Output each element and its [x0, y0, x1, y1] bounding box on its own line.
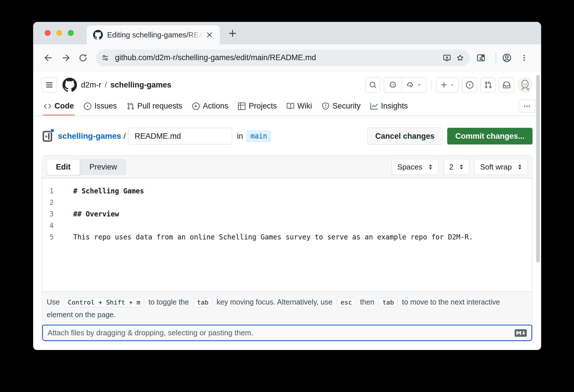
modified-dot [50, 128, 54, 133]
side-panel-search-button[interactable] [474, 51, 488, 64]
tab-preview[interactable]: Preview [80, 159, 126, 175]
file-edit-header: schelling-games / in main Cancel changes… [33, 128, 541, 144]
profile-button[interactable] [500, 51, 513, 64]
install-app-icon[interactable] [440, 51, 454, 64]
tab-label: Projects [249, 102, 277, 111]
filename-input[interactable] [129, 128, 232, 144]
tab-label: Pull requests [137, 102, 182, 111]
commit-changes-button[interactable]: Commit changes... [447, 128, 533, 144]
tab-code[interactable]: Code [39, 97, 79, 115]
code-line: 5 This repo uses data from an online Sch… [42, 231, 532, 243]
line-text: ## Overview [61, 208, 119, 220]
keyboard-hint: Use Control + Shift + m to toggle the ta… [42, 292, 532, 325]
forward-button[interactable] [59, 51, 72, 64]
wrap-mode-select[interactable]: Soft wrap [474, 159, 528, 175]
indent-mode-select[interactable]: Spaces [392, 159, 439, 175]
reload-button[interactable] [76, 51, 90, 64]
bookmark-star-icon[interactable] [454, 51, 467, 64]
nav-overflow-button[interactable] [519, 100, 535, 113]
breadcrumb-separator: / [105, 81, 107, 90]
copilot-button[interactable] [384, 78, 401, 92]
tab-projects[interactable]: Projects [233, 97, 282, 115]
url-bar[interactable]: github.com/d2m-r/schelling-games/edit/ma… [96, 50, 470, 66]
create-new-button[interactable] [436, 77, 459, 92]
traffic-lights [45, 30, 74, 36]
copilot-menu-button[interactable] [401, 78, 426, 92]
github-logo-icon[interactable] [63, 78, 77, 92]
zoom-window-button[interactable] [68, 30, 74, 36]
tab-label: Issues [95, 102, 117, 111]
code-line: 4 [42, 220, 532, 231]
line-number: 1 [42, 185, 61, 197]
code-editor[interactable]: 1 # Schelling Games 2 3 ## Overview 4 5 [42, 178, 532, 292]
tab-label: Insights [381, 102, 408, 111]
indent-mode-value: Spaces [397, 163, 422, 172]
kbd-chip: tab [379, 297, 398, 307]
breadcrumb-owner-link[interactable]: d2m-r [81, 81, 101, 90]
updown-icon [459, 164, 464, 170]
kbd-chip: esc [337, 297, 356, 307]
menu-kebab-button[interactable] [518, 51, 531, 64]
toolbar-divider [496, 52, 496, 63]
tab-close-button[interactable] [204, 30, 215, 40]
attach-files-bar[interactable]: Attach files by dragging & dropping, sel… [42, 325, 532, 341]
line-number: 3 [42, 208, 61, 220]
code-line: 1 # Schelling Games [42, 185, 532, 197]
back-button[interactable] [42, 51, 55, 64]
tab-issues[interactable]: Issues [79, 97, 122, 115]
page-scrollbar[interactable] [536, 75, 540, 262]
tab-security[interactable]: Security [317, 97, 366, 115]
markdown-icon [515, 329, 527, 337]
repo-breadcrumb-link[interactable]: schelling-games [58, 132, 121, 141]
line-text: # Schelling Games [61, 185, 144, 197]
kbd-chip: Control + Shift + m [64, 297, 144, 307]
line-number: 4 [42, 220, 61, 231]
browser-toolbar: github.com/d2m-r/schelling-games/edit/ma… [33, 44, 541, 71]
line-text: This repo uses data from an online Schel… [61, 231, 473, 243]
cancel-changes-button[interactable]: Cancel changes [367, 128, 443, 144]
tab-label: Actions [203, 102, 229, 111]
hint-text: to toggle the [148, 298, 189, 306]
hint-text: Use [47, 298, 60, 306]
issues-button[interactable] [462, 77, 477, 92]
line-number: 5 [42, 231, 61, 243]
github-page: d2m-r / schelling-games [33, 71, 541, 350]
tab-wiki[interactable]: Wiki [282, 97, 317, 115]
kbd-chip: tab [193, 297, 212, 307]
tab-edit[interactable]: Edit [46, 159, 80, 175]
pull-requests-button[interactable] [481, 77, 496, 92]
close-window-button[interactable] [45, 30, 51, 36]
wrap-mode-value: Soft wrap [480, 163, 512, 172]
tab-pull-requests[interactable]: Pull requests [122, 97, 187, 115]
line-text [61, 220, 73, 231]
search-button[interactable] [365, 77, 380, 92]
breadcrumb-repo-link[interactable]: schelling-games [110, 81, 171, 90]
browser-window: Editing schelling-games/READ github.com/… [33, 22, 541, 350]
browser-tab-strip: Editing schelling-games/READ [33, 22, 541, 44]
copilot-split-button [384, 77, 426, 92]
new-tab-button[interactable] [227, 28, 238, 39]
line-text [61, 197, 73, 208]
global-nav-button[interactable] [42, 77, 57, 92]
tab-label: Code [54, 102, 74, 111]
github-favicon-icon [93, 30, 103, 40]
tab-title: Editing schelling-games/READ [107, 31, 204, 39]
tab-label: Security [333, 102, 361, 111]
breadcrumb: d2m-r / schelling-games [81, 81, 171, 90]
file-diff-icon [42, 130, 53, 142]
avatar[interactable] [518, 77, 533, 92]
hint-text: then [360, 298, 375, 306]
updown-icon [518, 164, 522, 170]
minimize-window-button[interactable] [56, 30, 62, 36]
tab-label: Wiki [297, 102, 312, 111]
tab-insights[interactable]: Insights [365, 97, 413, 115]
repo-nav: Code Issues Pull requests Actions Projec… [33, 97, 541, 116]
site-settings-icon[interactable] [99, 52, 112, 64]
code-line: 2 [42, 197, 532, 208]
tab-actions[interactable]: Actions [187, 97, 233, 115]
indent-size-select[interactable]: 2 [443, 159, 469, 175]
path-separator: / [123, 132, 126, 141]
inbox-button[interactable] [499, 77, 514, 92]
updown-icon [428, 164, 433, 170]
browser-tab[interactable]: Editing schelling-games/READ [87, 25, 220, 44]
